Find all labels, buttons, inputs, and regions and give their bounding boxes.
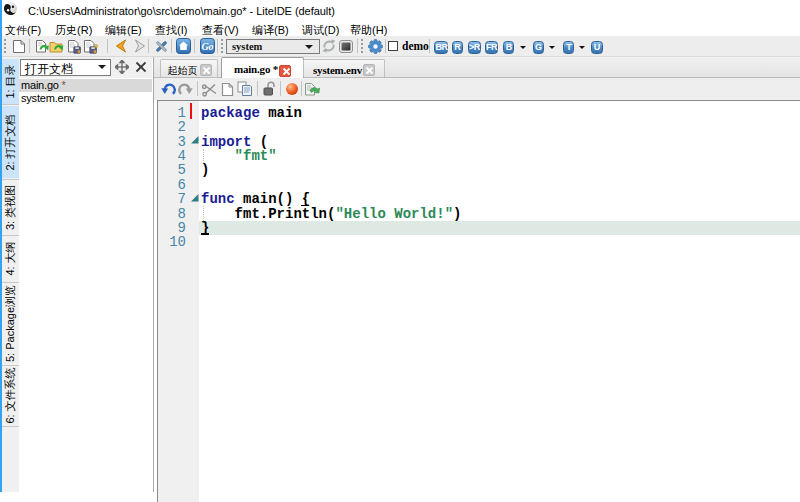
svg-text:Go: Go [201,41,213,52]
